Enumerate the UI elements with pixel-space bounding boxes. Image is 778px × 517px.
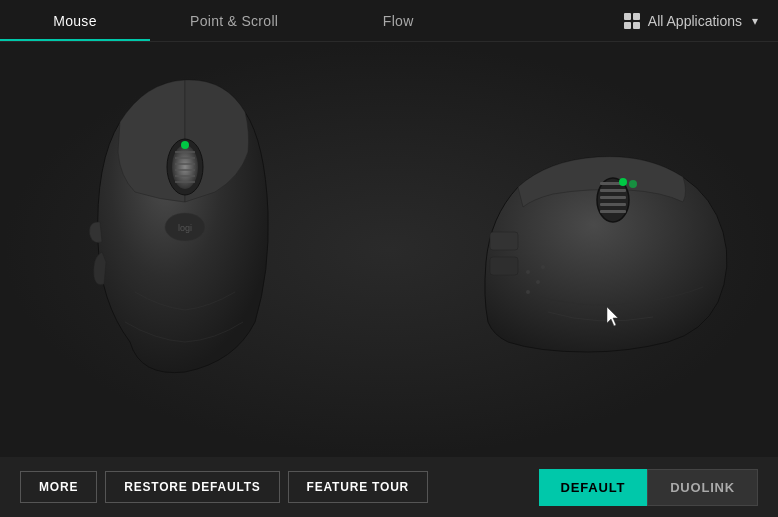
tab-flow[interactable]: Flow bbox=[318, 0, 478, 41]
all-apps-label: All Applications bbox=[648, 13, 742, 29]
default-duolink-toggle: DEFAULT DUOLINK bbox=[539, 469, 758, 506]
more-button[interactable]: MORE bbox=[20, 471, 97, 503]
svg-rect-13 bbox=[600, 189, 626, 192]
mouse-side-svg bbox=[468, 142, 738, 362]
default-button[interactable]: DEFAULT bbox=[539, 469, 648, 506]
toolbar: MORE RESTORE DEFAULTS FEATURE TOUR DEFAU… bbox=[0, 457, 778, 517]
svg-point-8 bbox=[181, 141, 189, 149]
feature-tour-button[interactable]: FEATURE TOUR bbox=[288, 471, 429, 503]
tab-flow-label: Flow bbox=[383, 13, 414, 29]
restore-defaults-button[interactable]: RESTORE DEFAULTS bbox=[105, 471, 279, 503]
svg-point-22 bbox=[536, 280, 540, 284]
svg-point-23 bbox=[526, 290, 530, 294]
svg-rect-16 bbox=[600, 210, 626, 213]
svg-point-17 bbox=[619, 178, 627, 186]
svg-rect-20 bbox=[490, 257, 518, 275]
header: Mouse Point & Scroll Flow All Applicatio… bbox=[0, 0, 778, 42]
mouse-side-view bbox=[468, 142, 738, 366]
tab-point-scroll-label: Point & Scroll bbox=[190, 13, 278, 29]
all-apps-dropdown[interactable]: All Applications ▾ bbox=[604, 0, 778, 41]
mouse-top-svg: logi bbox=[80, 62, 290, 382]
tab-mouse-label: Mouse bbox=[53, 13, 97, 29]
svg-rect-15 bbox=[600, 203, 626, 206]
chevron-down-icon: ▾ bbox=[752, 14, 758, 28]
svg-point-24 bbox=[541, 265, 545, 269]
grid-icon bbox=[624, 13, 640, 29]
mouse-top-view: logi bbox=[80, 62, 290, 386]
svg-point-21 bbox=[526, 270, 530, 274]
cursor-icon bbox=[607, 307, 623, 327]
svg-rect-14 bbox=[600, 196, 626, 199]
main-content: logi bbox=[0, 42, 778, 457]
tab-point-scroll[interactable]: Point & Scroll bbox=[150, 0, 318, 41]
svg-point-18 bbox=[629, 180, 637, 188]
svg-rect-19 bbox=[490, 232, 518, 250]
tab-mouse[interactable]: Mouse bbox=[0, 0, 150, 41]
svg-text:logi: logi bbox=[178, 223, 192, 233]
duolink-button[interactable]: DUOLINK bbox=[647, 469, 758, 506]
